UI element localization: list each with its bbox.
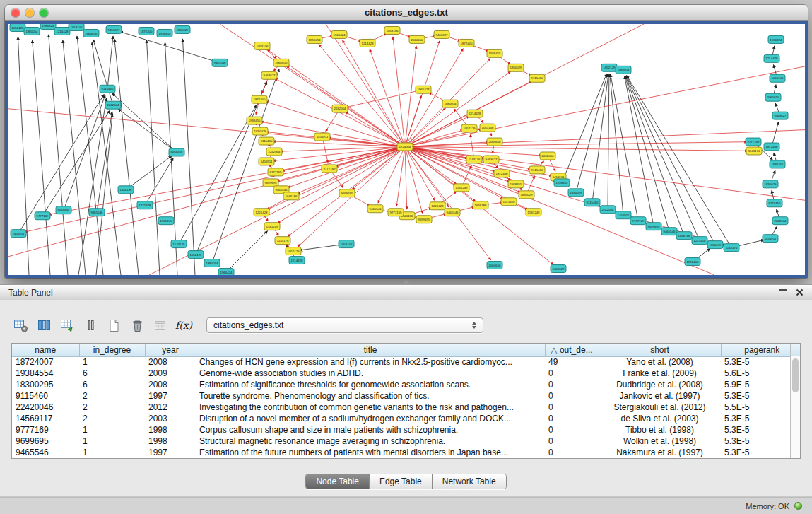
table-cell[interactable]: 0 <box>545 436 599 447</box>
network-node[interactable]: 2242004 <box>332 105 348 112</box>
network-node[interactable]: 9699695 <box>263 179 278 187</box>
network-node[interactable]: 1053106 <box>339 240 354 248</box>
table-row[interactable]: 1938455462009Genome-wide association stu… <box>12 368 790 379</box>
network-node[interactable]: 1053106 <box>480 124 495 132</box>
table-cell[interactable]: 9115460 <box>12 390 79 402</box>
table-cell[interactable]: 2012 <box>145 402 196 413</box>
table-cell[interactable]: 5.3E-5 <box>721 413 790 424</box>
table-cell[interactable]: 2 <box>79 390 145 402</box>
table-cell[interactable]: 1998 <box>145 436 196 447</box>
table-cell[interactable]: 5.3E-5 <box>721 447 790 458</box>
column-visibility-button[interactable] <box>35 316 53 334</box>
table-cell[interactable]: Estimation of significance thresholds fo… <box>196 379 545 390</box>
table-cell[interactable]: 2009 <box>145 368 196 379</box>
table-cell[interactable]: 19384554 <box>12 368 79 379</box>
window-zoom-button[interactable] <box>40 8 48 17</box>
network-node[interactable]: 9699695 <box>169 148 184 156</box>
network-node[interactable]: 9777169 <box>746 138 761 146</box>
network-node[interactable]: 1830029 <box>508 64 524 71</box>
table-cell[interactable]: 2 <box>79 402 145 413</box>
network-node[interactable]: 1214428 <box>467 110 483 117</box>
network-node[interactable]: 1531249 <box>454 184 469 192</box>
table-cell[interactable]: 18300295 <box>12 379 79 390</box>
table-cell[interactable]: 1 <box>79 447 145 458</box>
network-node[interactable]: 1214428 <box>54 27 70 35</box>
network-node[interactable]: 1830029 <box>252 127 268 135</box>
network-node[interactable]: 1456911 <box>616 211 631 219</box>
table-row[interactable]: 911546021997Tourette syndrome. Phenomeno… <box>12 390 790 402</box>
table-options-button[interactable] <box>151 316 170 334</box>
network-node[interactable]: 1531249 <box>158 217 174 225</box>
table-cell[interactable]: Tourette syndrome. Phenomenology and cla… <box>196 390 545 402</box>
network-node[interactable]: 2060650 <box>273 59 289 66</box>
table-cell[interactable]: 0 <box>545 402 599 413</box>
table-mode-button[interactable] <box>11 316 30 334</box>
network-node[interactable]: 2242004 <box>266 148 282 156</box>
network-node[interactable]: 1872400 <box>685 258 700 266</box>
network-node[interactable]: 1880054 <box>204 259 220 267</box>
network-node[interactable]: 1966424 <box>768 35 784 43</box>
table-cell[interactable]: Nakamura et al. (1997) <box>599 447 721 458</box>
network-node[interactable]: 9115460 <box>529 166 545 174</box>
table-cell[interactable]: Tibbo et al. (1998) <box>599 424 721 436</box>
table-cell[interactable]: 0 <box>545 447 599 458</box>
table-cell[interactable]: Jankovic et al. (1997) <box>599 390 721 402</box>
table-cell[interactable]: Corpus callosum shape and size in male p… <box>196 424 545 436</box>
network-node[interactable]: 1830029 <box>519 191 534 199</box>
network-node[interactable]: 1966424 <box>40 24 56 29</box>
column-header[interactable]: in_degree <box>79 344 145 356</box>
table-row[interactable]: 946554611997Estimation of the future num… <box>12 447 790 458</box>
network-node[interactable]: 1938455 <box>487 49 502 57</box>
network-node[interactable]: 9777169 <box>268 168 283 176</box>
network-node[interactable]: 1531249 <box>264 223 280 230</box>
network-node[interactable]: 9699695 <box>416 216 432 223</box>
network-node[interactable]: 2060650 <box>487 262 502 269</box>
network-node[interactable]: 1214428 <box>360 39 375 47</box>
network-node[interactable]: 9463627 <box>261 71 277 79</box>
network-node[interactable]: 1143176 <box>171 240 187 248</box>
network-node[interactable]: 1966424 <box>331 30 347 38</box>
network-node[interactable]: 1938455 <box>247 117 262 124</box>
network-node[interactable]: 1456911 <box>763 235 778 243</box>
table-cell[interactable]: 9777169 <box>12 424 79 436</box>
table-cell[interactable]: 2008 <box>145 379 196 390</box>
table-row[interactable]: 969969511998Structural magnetic resonanc… <box>12 436 790 447</box>
network-node[interactable]: 1880054 <box>307 35 322 43</box>
table-cell[interactable]: 5.3E-5 <box>721 424 790 436</box>
table-cell[interactable]: 2008 <box>145 356 196 368</box>
network-node[interactable]: 2242004 <box>540 152 555 160</box>
column-header[interactable]: short <box>599 344 721 356</box>
function-builder-button[interactable]: f(x) <box>175 316 193 334</box>
column-header[interactable]: name <box>12 344 79 356</box>
table-row[interactable]: 1456911722003Disruption of a novel membe… <box>12 413 790 424</box>
table-cell[interactable]: 22420046 <box>12 402 79 413</box>
table-cell[interactable]: 0 <box>545 390 599 402</box>
network-node[interactable]: 9463627 <box>772 112 788 119</box>
network-node[interactable]: 9465546 <box>89 209 105 216</box>
table-cell[interactable]: 5.9E-5 <box>721 379 790 390</box>
table-row[interactable]: 1872400712008Changes of HCN gene express… <box>12 356 790 368</box>
table-row[interactable]: 977716911998Corpus callosum shape and si… <box>12 424 790 436</box>
tab-edge-table[interactable]: Edge Table <box>369 474 432 489</box>
row-height-button[interactable] <box>81 316 100 334</box>
table-cell[interactable]: 1998 <box>145 424 196 436</box>
network-node[interactable]: 9463627 <box>106 25 122 33</box>
network-node[interactable]: 1872400 <box>459 39 474 47</box>
table-cell[interactable]: Genome-wide association studies in ADHD. <box>196 368 545 379</box>
network-node[interactable]: 9699695 <box>646 223 661 230</box>
network-node[interactable]: 1052129 <box>286 247 301 255</box>
network-node[interactable]: 1221428 <box>137 201 153 209</box>
network-node[interactable]: 9699695 <box>56 206 71 214</box>
network-node[interactable]: 9465546 <box>661 228 677 235</box>
table-cell[interactable]: Wolkin et al. (1998) <box>599 436 721 447</box>
network-node[interactable]: 1872400 <box>252 95 267 103</box>
network-node[interactable]: 1872400 <box>139 27 154 35</box>
table-cell[interactable]: 1 <box>79 424 145 436</box>
create-column-button[interactable] <box>105 316 123 334</box>
window-close-button[interactable] <box>11 8 20 17</box>
network-node[interactable]: 2060650 <box>83 29 99 37</box>
network-node[interactable]: 1214428 <box>764 54 779 62</box>
network-node[interactable]: 1938455 <box>508 180 524 188</box>
scrollbar-thumb[interactable] <box>792 358 799 392</box>
network-canvas-svg[interactable]: 1724004105310620606509463627187240019384… <box>8 24 805 275</box>
